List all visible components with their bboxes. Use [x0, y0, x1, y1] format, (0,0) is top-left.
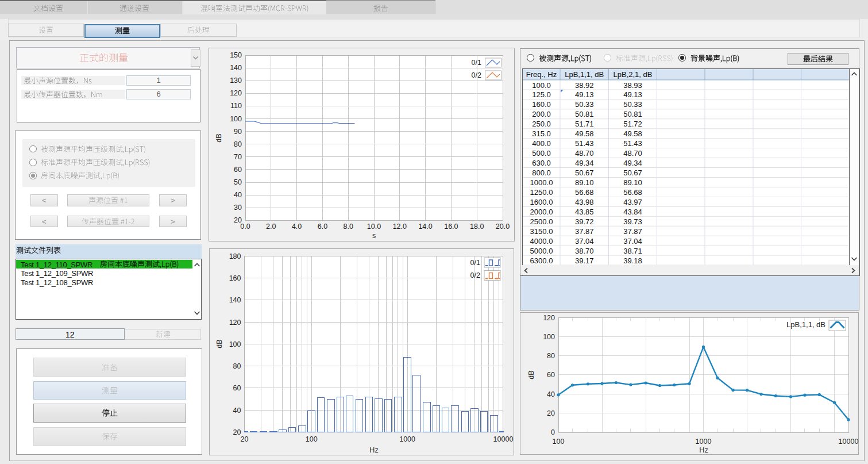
svg-text:140: 140 [230, 64, 242, 72]
svg-text:0.0: 0.0 [240, 223, 250, 231]
svg-text:Hz: Hz [699, 446, 708, 454]
svg-text:dB: dB [527, 370, 535, 379]
svg-text:180: 180 [229, 252, 241, 260]
svg-text:6.0: 6.0 [318, 223, 327, 231]
svg-text:60: 60 [233, 384, 241, 392]
svg-text:20: 20 [233, 428, 241, 436]
svg-text:50: 50 [234, 178, 242, 186]
svg-text:80: 80 [234, 140, 242, 148]
svg-text:130: 130 [230, 76, 242, 85]
svg-text:dB: dB [215, 339, 223, 348]
svg-text:120: 120 [229, 319, 241, 327]
svg-text:LpB,1,1, dB: LpB,1,1, dB [786, 320, 825, 329]
svg-text:2.0: 2.0 [266, 223, 276, 231]
svg-text:20.0: 20.0 [496, 223, 510, 231]
svg-text:40: 40 [547, 390, 555, 398]
svg-text:100: 100 [229, 340, 241, 348]
svg-text:dB: dB [215, 133, 223, 142]
svg-text:1000: 1000 [696, 438, 712, 446]
svg-text:80: 80 [547, 352, 555, 360]
svg-text:12.0: 12.0 [393, 223, 407, 231]
svg-text:1000: 1000 [399, 435, 415, 443]
svg-text:10000: 10000 [493, 435, 514, 443]
svg-text:100: 100 [230, 115, 242, 123]
svg-text:40: 40 [234, 191, 242, 199]
svg-text:70: 70 [234, 153, 242, 161]
svg-text:0/1: 0/1 [472, 59, 481, 67]
svg-text:120: 120 [543, 314, 555, 322]
svg-text:4.0: 4.0 [292, 223, 302, 231]
svg-text:20: 20 [547, 409, 555, 417]
svg-text:60: 60 [547, 371, 555, 379]
svg-text:0/2: 0/2 [472, 71, 481, 79]
svg-text:110: 110 [230, 102, 242, 110]
svg-text:0/2: 0/2 [470, 271, 480, 279]
svg-text:40: 40 [233, 407, 241, 415]
svg-text:s: s [372, 232, 376, 240]
svg-text:160: 160 [229, 274, 241, 282]
svg-text:8.0: 8.0 [344, 223, 353, 231]
svg-text:100: 100 [553, 438, 565, 446]
svg-text:0: 0 [551, 428, 555, 436]
svg-text:120: 120 [230, 89, 242, 97]
svg-text:20: 20 [241, 435, 249, 443]
svg-text:10.0: 10.0 [367, 223, 381, 231]
svg-text:10000: 10000 [839, 438, 859, 446]
svg-text:18.0: 18.0 [470, 223, 484, 231]
svg-text:0/1: 0/1 [470, 259, 480, 267]
svg-text:Hz: Hz [369, 446, 378, 454]
svg-text:16.0: 16.0 [444, 223, 458, 231]
svg-text:100: 100 [306, 435, 318, 443]
svg-text:14.0: 14.0 [418, 223, 432, 231]
svg-text:150: 150 [230, 51, 242, 59]
svg-text:80: 80 [233, 362, 241, 370]
svg-text:30: 30 [234, 204, 242, 212]
svg-text:100: 100 [543, 333, 555, 341]
svg-text:140: 140 [229, 296, 241, 304]
svg-text:60: 60 [234, 166, 242, 174]
svg-text:90: 90 [234, 128, 242, 136]
